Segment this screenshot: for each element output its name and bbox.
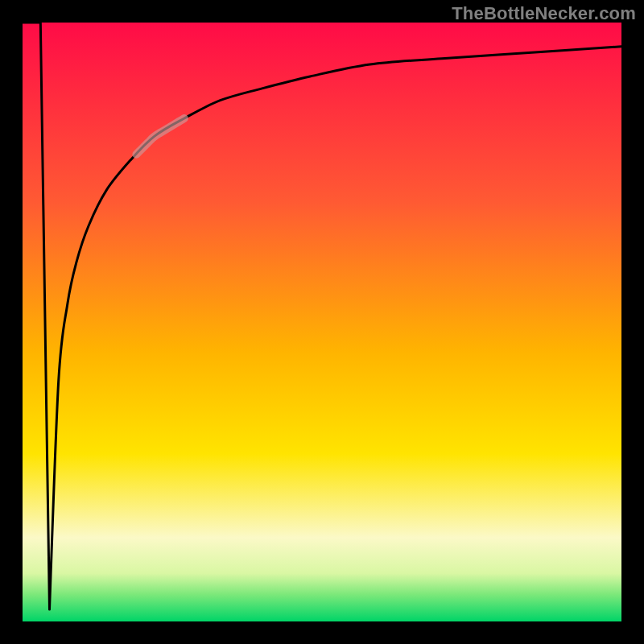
- chart-stage: TheBottleNecker.com: [0, 0, 644, 644]
- chart-svg: [0, 0, 644, 644]
- watermark-text: TheBottleNecker.com: [452, 3, 636, 24]
- plot-area: [23, 23, 621, 621]
